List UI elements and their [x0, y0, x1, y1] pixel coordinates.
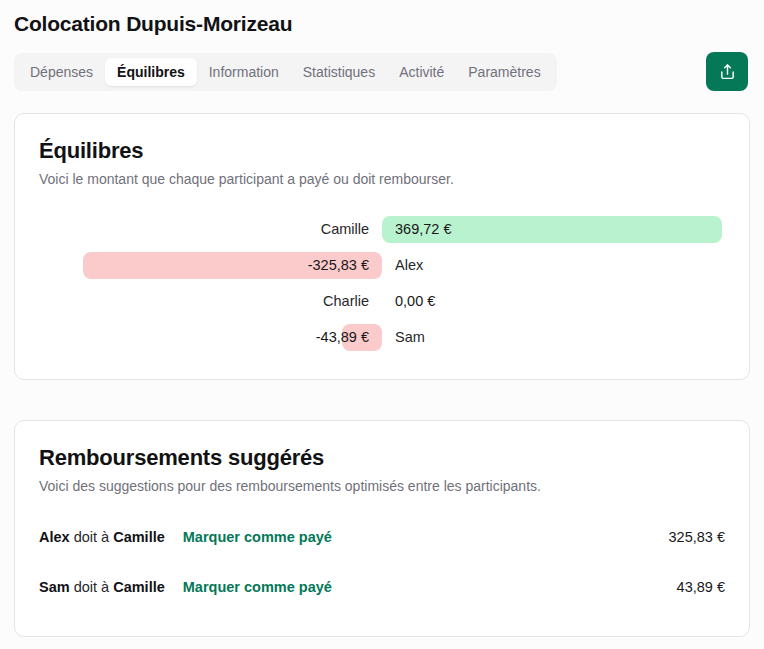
tab-equilibres[interactable]: Équilibres — [105, 58, 197, 86]
balance-left-half: -43,89 € — [39, 324, 382, 351]
balances-card-title: Équilibres — [39, 138, 725, 164]
reimbursement-row: Alex doit à CamilleMarquer comme payé325… — [39, 512, 725, 562]
balance-left-half: -325,83 € — [39, 252, 382, 279]
balance-row: -325,83 €Alex — [39, 247, 725, 283]
balance-right-half: 369,72 € — [382, 216, 725, 243]
reimbursements-card: Remboursements suggérés Voici des sugges… — [14, 420, 750, 637]
reimbursement-row: Sam doit à CamilleMarquer comme payé43,8… — [39, 562, 725, 612]
share-button[interactable] — [706, 52, 748, 91]
balances-card-subtitle: Voici le montant que chaque participant … — [39, 171, 725, 187]
mark-paid-link[interactable]: Marquer comme payé — [183, 579, 332, 595]
creditor-name: Camille — [113, 579, 165, 595]
balance-amount: -43,89 € — [316, 329, 369, 345]
participant-name: Camille — [321, 221, 369, 237]
share-icon — [719, 63, 736, 81]
balance-right-half: 0,00 € — [382, 288, 725, 315]
creditor-name: Camille — [113, 529, 165, 545]
balance-chart: Camille369,72 €-325,83 €AlexCharlie0,00 … — [39, 211, 725, 355]
tab-activite[interactable]: Activité — [387, 58, 456, 86]
mark-paid-link[interactable]: Marquer comme payé — [183, 529, 332, 545]
debtor-name: Sam — [39, 579, 70, 595]
reimbursement-amount: 325,83 € — [669, 529, 725, 545]
balance-row: -43,89 €Sam — [39, 319, 725, 355]
tab-information[interactable]: Information — [197, 58, 291, 86]
tab-depenses[interactable]: Dépenses — [18, 58, 105, 86]
toolbar: DépensesÉquilibresInformationStatistique… — [14, 52, 750, 91]
participant-name: Alex — [395, 257, 423, 273]
page: Colocation Dupuis-Morizeau DépensesÉquil… — [0, 0, 764, 637]
tab-parametres[interactable]: Paramètres — [456, 58, 552, 86]
debtor-name: Alex — [39, 529, 70, 545]
balance-amount: 369,72 € — [395, 221, 451, 237]
reimbursement-text: Alex doit à Camille — [39, 529, 165, 545]
balance-right-half: Sam — [382, 324, 725, 351]
balance-row: Camille369,72 € — [39, 211, 725, 247]
participant-name: Charlie — [323, 293, 369, 309]
balance-row: Charlie0,00 € — [39, 283, 725, 319]
balance-amount: 0,00 € — [395, 293, 435, 309]
tab-statistiques[interactable]: Statistiques — [291, 58, 387, 86]
reimbursement-list: Alex doit à CamilleMarquer comme payé325… — [39, 512, 725, 612]
reimbursements-card-title: Remboursements suggérés — [39, 445, 725, 471]
balance-left-half: Camille — [39, 216, 382, 243]
balance-left-half: Charlie — [39, 288, 382, 315]
reimbursement-amount: 43,89 € — [677, 579, 725, 595]
participant-name: Sam — [395, 329, 425, 345]
page-title: Colocation Dupuis-Morizeau — [14, 12, 750, 36]
tab-bar: DépensesÉquilibresInformationStatistique… — [14, 53, 557, 91]
balances-card: Équilibres Voici le montant que chaque p… — [14, 113, 750, 380]
balance-right-half: Alex — [382, 252, 725, 279]
reimbursements-card-subtitle: Voici des suggestions pour des rembourse… — [39, 478, 725, 494]
reimbursement-text: Sam doit à Camille — [39, 579, 165, 595]
balance-amount: -325,83 € — [308, 257, 369, 273]
